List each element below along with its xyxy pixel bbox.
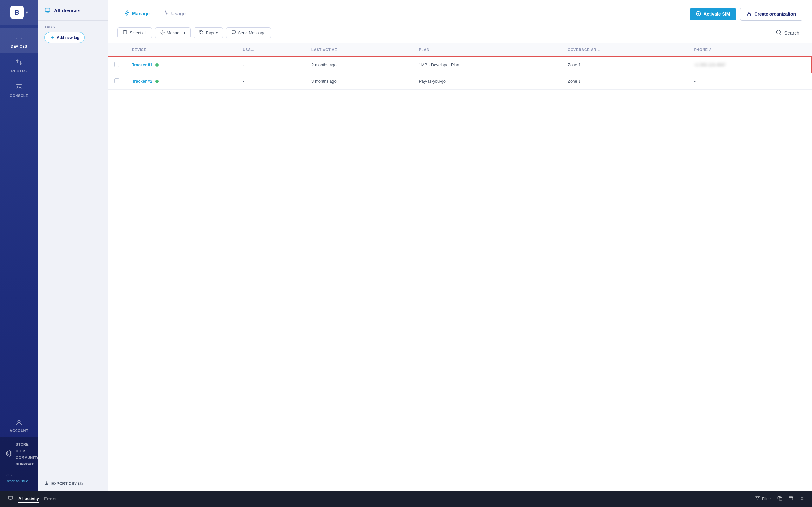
svg-point-9	[751, 14, 751, 15]
sidebar-links-panel: STORE DOCS COMMUNITY SUPPORT v2.5.8 Repo…	[0, 437, 38, 491]
add-tag-label: Add new tag	[57, 36, 79, 40]
devices-panel: All devices TAGS ＋ Add new tag EXPORT CS…	[38, 0, 108, 491]
gear-icon	[160, 30, 165, 36]
sidebar-item-console[interactable]: CONSOLE	[0, 77, 38, 102]
expand-button[interactable]	[789, 496, 793, 502]
tab-errors[interactable]: Errors	[44, 495, 56, 503]
filter-button[interactable]: Filter	[755, 496, 771, 502]
tag-icon	[199, 30, 204, 36]
export-csv-label: EXPORT CSV (2)	[51, 481, 83, 486]
expand-icon	[789, 496, 793, 502]
add-tag-button[interactable]: ＋ Add new tag	[44, 32, 85, 43]
col-header-plan: PLAN	[413, 43, 562, 56]
cell-last-active: 3 months ago	[305, 73, 412, 90]
col-header-device: DEVICE	[125, 43, 236, 56]
sidebar: B ▾ DEVICES ROUTES	[0, 0, 38, 491]
status-online-dot	[155, 80, 159, 83]
plus-icon: ＋	[50, 34, 55, 41]
svg-rect-14	[8, 496, 13, 499]
cell-usage: -	[236, 73, 305, 90]
col-header-coverage: COVERAGE AR...	[561, 43, 688, 56]
account-label: ACCOUNT	[10, 429, 29, 433]
cell-plan: 1MB - Developer Plan	[413, 56, 562, 73]
svg-point-11	[162, 32, 163, 33]
create-org-button[interactable]: Create organization	[740, 8, 803, 20]
sidebar-link-community[interactable]: COMMUNITY	[16, 455, 39, 460]
tab-usage-label: Usage	[171, 11, 186, 16]
svg-marker-15	[756, 497, 760, 500]
row-checkbox[interactable]	[114, 62, 119, 67]
org-icon	[747, 11, 752, 17]
device-name-link[interactable]: Tracker #1	[132, 62, 230, 67]
main-header: Manage Usage	[108, 0, 812, 22]
close-button[interactable]: ✕	[800, 495, 804, 502]
table-row[interactable]: Tracker #1-2 months ago1MB - Developer P…	[108, 56, 812, 73]
logo-letter: B	[10, 6, 24, 19]
tab-manage-label: Manage	[132, 11, 150, 16]
filter-label: Filter	[762, 497, 771, 501]
manage-caret-icon: ▾	[184, 31, 185, 35]
svg-rect-0	[16, 35, 22, 39]
report-issue-link[interactable]: Report an issue	[6, 480, 28, 486]
devices-panel-header: All devices	[38, 0, 107, 20]
svg-rect-1	[16, 84, 22, 89]
sidebar-item-console-label: CONSOLE	[10, 94, 28, 98]
version-text: v2.5.8	[6, 471, 14, 478]
phone-blurred: +1 555-123-4567	[694, 62, 725, 67]
export-section: EXPORT CSV (2)	[38, 476, 107, 491]
svg-rect-16	[779, 498, 782, 500]
table-row[interactable]: Tracker #2-3 months agoPay-as-you-goZone…	[108, 73, 812, 90]
tags-caret-icon: ▾	[216, 31, 217, 35]
search-button[interactable]: Search	[773, 27, 803, 39]
sidebar-item-routes[interactable]: ROUTES	[0, 53, 38, 77]
bottom-bar: All activity Errors Filter	[0, 491, 812, 507]
routes-icon	[15, 58, 23, 67]
copy-icon	[777, 496, 782, 502]
tab-all-activity[interactable]: All activity	[18, 495, 39, 503]
sidebar-item-routes-label: ROUTES	[11, 69, 27, 73]
select-all-button[interactable]: Select all	[117, 27, 152, 38]
copy-button[interactable]	[777, 496, 782, 502]
tags-section: TAGS ＋ Add new tag	[38, 20, 107, 46]
svg-rect-10	[123, 31, 127, 34]
lightning-icon	[124, 10, 130, 16]
sidebar-link-support[interactable]: SUPPORT	[16, 461, 39, 467]
activate-sim-label: Activate SIM	[704, 11, 730, 16]
tags-button[interactable]: Tags ▾	[194, 27, 223, 38]
hex-logo-icon	[6, 450, 13, 459]
export-csv-button[interactable]: EXPORT CSV (2)	[44, 481, 101, 486]
sidebar-link-docs[interactable]: DOCS	[16, 448, 39, 454]
sidebar-account[interactable]: ACCOUNT	[0, 413, 38, 437]
cell-usage: -	[236, 56, 305, 73]
tabs: Manage Usage	[117, 6, 193, 22]
filter-icon	[755, 496, 760, 502]
cell-last-active: 2 months ago	[305, 56, 412, 73]
cell-coverage: Zone 1	[561, 73, 688, 90]
status-online-dot	[155, 63, 159, 66]
col-header-usage: USA...	[236, 43, 305, 56]
activate-sim-button[interactable]: Activate SIM	[690, 8, 736, 20]
cell-phone: +1 555-123-4567	[688, 56, 812, 73]
manage-label: Manage	[167, 31, 182, 35]
plus-circle-icon	[696, 11, 701, 17]
table-header-row: DEVICE USA... LAST ACTIVE PLAN COVERAGE …	[108, 43, 812, 56]
device-name-link[interactable]: Tracker #2	[132, 79, 230, 83]
row-checkbox[interactable]	[114, 78, 119, 83]
activity-icon	[8, 495, 13, 502]
all-devices-icon	[44, 7, 51, 14]
cell-coverage: Zone 1	[561, 56, 688, 73]
toolbar: Select all Manage ▾	[108, 22, 812, 43]
bottom-left: All activity Errors	[8, 495, 56, 503]
sidebar-link-store[interactable]: STORE	[16, 441, 39, 447]
sidebar-item-devices[interactable]: DEVICES	[0, 28, 38, 53]
tab-usage[interactable]: Usage	[157, 6, 193, 22]
create-org-label: Create organization	[754, 11, 796, 16]
console-icon	[15, 83, 23, 92]
send-message-button[interactable]: Send Message	[226, 27, 271, 38]
sidebar-logo[interactable]: B ▾	[0, 0, 38, 25]
tab-manage[interactable]: Manage	[117, 6, 157, 22]
svg-point-8	[747, 14, 748, 15]
main-content: Manage Usage	[108, 0, 812, 491]
cell-phone: -	[688, 73, 812, 90]
manage-button[interactable]: Manage ▾	[155, 27, 191, 38]
